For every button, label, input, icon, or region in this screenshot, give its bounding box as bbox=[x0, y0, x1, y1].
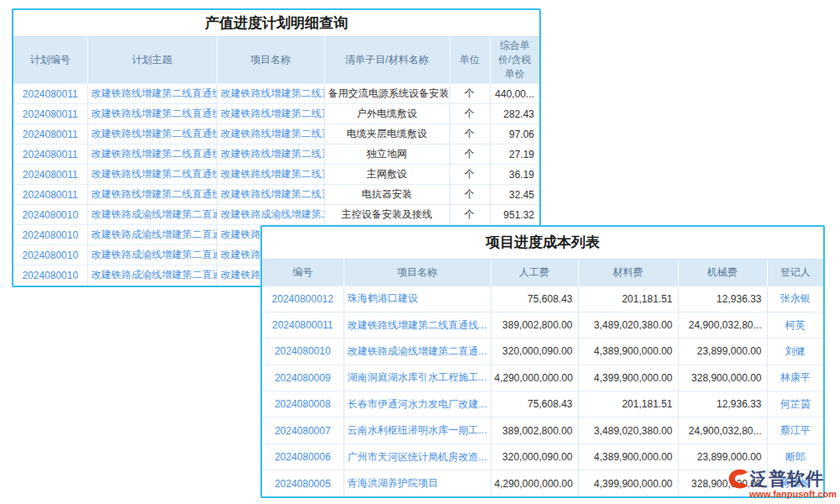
plan-table-title: 产值进度计划明细查询 bbox=[13, 10, 539, 37]
cell-link[interactable]: 改建铁路线增建第二线直通线 bbox=[217, 165, 324, 185]
cell-value: 3,489,020,380.00 bbox=[578, 312, 678, 338]
column-header-5: 登记人 bbox=[767, 260, 823, 286]
cell-value: 282.43 bbox=[490, 104, 539, 124]
cell-value: 36.19 bbox=[490, 165, 539, 185]
table-row: 2024080011改建铁路线增建第二线直通线改建铁路线增建第二线直通线电缆夹层… bbox=[13, 124, 539, 144]
cell-link[interactable]: 2024080011 bbox=[13, 165, 87, 185]
cell-value: 12,936.33 bbox=[678, 391, 767, 417]
table-row: 20240800011改建铁路线增建第二线直通线...389,002,800.0… bbox=[262, 312, 823, 338]
table-row: 2024080010改建铁路成渝线增建第二直通...320,000,090.00… bbox=[262, 339, 823, 365]
cell-link[interactable]: 改建铁路线增建第二线直通线 bbox=[217, 185, 324, 205]
cell-value: 201,181.51 bbox=[578, 391, 678, 417]
cell-value: 32.45 bbox=[490, 185, 539, 205]
cell-link[interactable]: 2024080011 bbox=[13, 84, 87, 104]
cell-link[interactable]: 20240800012 bbox=[262, 286, 344, 312]
cell-link[interactable]: 柯英 bbox=[767, 312, 823, 338]
cell-link[interactable]: 2024080010 bbox=[13, 205, 87, 225]
cell-value: 97.06 bbox=[490, 124, 539, 144]
plan-header-row: 计划编号计划主题项目名称清单子目/材料名称单位综合单价/含税单价 bbox=[13, 37, 539, 84]
cell-value: 4,399,900,000.00 bbox=[578, 365, 678, 391]
cell-link[interactable]: 2024080011 bbox=[13, 124, 87, 144]
cell-value: 个 bbox=[449, 104, 490, 124]
cell-link[interactable]: 蔡江平 bbox=[767, 417, 823, 444]
cell-link[interactable]: 2024080010 bbox=[13, 265, 87, 286]
cell-value: 24,900,032,80... bbox=[678, 312, 767, 338]
cell-link[interactable]: 青海洪湖养护院项目 bbox=[344, 470, 491, 496]
cell-link[interactable]: 云南水利枢纽潜明水库一期工... bbox=[344, 417, 491, 444]
cell-link[interactable]: 2024080010 bbox=[13, 225, 87, 245]
cell-value: 个 bbox=[449, 185, 490, 205]
table-row: 2024080011改建铁路线增建第二线直通线改建铁路线增建第二线直通线备用交流… bbox=[13, 84, 539, 104]
cell-value: 4,389,900,000.00 bbox=[578, 444, 678, 470]
table-row: 2024080010改建铁路成渝线增建第二直通线改建铁路成渝线增建第二直通线主控… bbox=[13, 205, 539, 225]
cell-link[interactable]: 2024080011 bbox=[13, 185, 87, 205]
cell-value: 备用交流电源系统设备安装 bbox=[324, 84, 449, 104]
cost-table: 编号项目名称人工费材料费机械费登记人 20240800012珠海鹤港口建设75,… bbox=[262, 260, 823, 496]
cell-link[interactable]: 2024080010 bbox=[13, 245, 87, 265]
cell-link[interactable]: 改建铁路线增建第二线直通线 bbox=[87, 185, 217, 205]
cell-link[interactable]: 2024080010 bbox=[262, 339, 344, 365]
cell-link[interactable]: 改建铁路成渝线增建第二直通... bbox=[344, 339, 491, 365]
table-row: 2024080011改建铁路线增建第二线直通线改建铁路线增建第二线直通线户外电缆… bbox=[13, 104, 539, 124]
fanpu-brand-text: 泛普软件 bbox=[750, 467, 824, 491]
cell-link[interactable]: 林康平 bbox=[767, 365, 823, 391]
cell-link[interactable]: 改建铁路线增建第二线直通线 bbox=[87, 104, 217, 124]
cell-value: 个 bbox=[449, 84, 490, 104]
cell-link[interactable]: 改建铁路成渝线增建第二直通线 bbox=[87, 245, 217, 265]
fanpu-logo: 泛普软件 www.fanpusoft.com bbox=[727, 467, 835, 499]
table-row: 2024080009湖南洞庭湖水库引水工程施工...4,290,000,000.… bbox=[262, 365, 823, 391]
cell-value: 4,389,900,000.00 bbox=[578, 339, 678, 365]
cell-value: 个 bbox=[449, 205, 490, 225]
column-header-2: 项目名称 bbox=[217, 37, 324, 84]
cell-value: 独立地网 bbox=[324, 144, 449, 165]
cell-link[interactable]: 刘健 bbox=[767, 339, 823, 365]
cell-value: 电抗器安装 bbox=[324, 185, 449, 205]
table-row: 2024080011改建铁路线增建第二线直通线改建铁路线增建第二线直通线电抗器安… bbox=[13, 185, 539, 205]
cell-value: 个 bbox=[449, 124, 490, 144]
cell-value: 328,900,000.00 bbox=[678, 365, 767, 391]
cell-link[interactable]: 湖南洞庭湖水库引水工程施工... bbox=[344, 365, 491, 391]
cost-table-title: 项目进度成本列表 bbox=[262, 227, 823, 260]
cell-value: 440,00... bbox=[490, 84, 539, 104]
cell-link[interactable]: 2024080008 bbox=[262, 391, 344, 417]
cell-link[interactable]: 改建铁路线增建第二线直通线 bbox=[217, 84, 324, 104]
cell-value: 23,899,000.00 bbox=[678, 339, 767, 365]
cell-link[interactable]: 改建铁路线增建第二线直通线... bbox=[344, 312, 491, 338]
table-row: 2024080011改建铁路线增建第二线直通线改建铁路线增建第二线直通线独立地网… bbox=[13, 144, 539, 165]
cost-table-body: 20240800012珠海鹤港口建设75,608.43201,181.5112,… bbox=[262, 286, 823, 496]
fanpu-swoosh-icon bbox=[727, 468, 749, 490]
cell-value: 389,002,800.00 bbox=[491, 312, 578, 338]
fanpu-url-text: www.fanpusoft.com bbox=[727, 489, 835, 499]
cell-link[interactable]: 长春市伊通河水力发电厂改建... bbox=[344, 391, 491, 417]
cell-link[interactable]: 改建铁路线增建第二线直通线 bbox=[217, 144, 324, 165]
cell-link[interactable]: 2024080011 bbox=[13, 144, 87, 165]
table-row: 2024080008长春市伊通河水力发电厂改建...75,608.43201,1… bbox=[262, 391, 823, 417]
cell-link[interactable]: 改建铁路成渝线增建第二直通线 bbox=[87, 265, 217, 286]
cell-link[interactable]: 改建铁路线增建第二线直通线 bbox=[87, 165, 217, 185]
cell-link[interactable]: 改建铁路线增建第二线直通线 bbox=[217, 124, 324, 144]
cell-link[interactable]: 改建铁路线增建第二线直通线 bbox=[87, 84, 217, 104]
cell-link[interactable]: 改建铁路成渝线增建第二直通线 bbox=[87, 205, 217, 225]
cell-link[interactable]: 改建铁路成渝线增建第二直通线 bbox=[87, 225, 217, 245]
cell-link[interactable]: 何芷茵 bbox=[767, 391, 823, 417]
cell-link[interactable]: 2024080007 bbox=[262, 417, 344, 444]
cell-link[interactable]: 改建铁路成渝线增建第二直通线 bbox=[217, 205, 324, 225]
cell-value: 4,399,900,000.00 bbox=[578, 470, 678, 496]
column-header-1: 项目名称 bbox=[344, 260, 491, 286]
cell-link[interactable]: 2024080006 bbox=[262, 444, 344, 470]
cell-link[interactable]: 改建铁路线增建第二线直通线 bbox=[87, 144, 217, 165]
cell-link[interactable]: 珠海鹤港口建设 bbox=[344, 286, 491, 312]
cell-value: 75,608.43 bbox=[491, 286, 578, 312]
cell-link[interactable]: 改建铁路线增建第二线直通线 bbox=[217, 104, 324, 124]
cell-link[interactable]: 2024080011 bbox=[13, 104, 87, 124]
table-row: 2024080011改建铁路线增建第二线直通线改建铁路线增建第二线直通线主网敷设… bbox=[13, 165, 539, 185]
cell-value: 12,936.33 bbox=[678, 286, 767, 312]
cell-value: 320,000,090.00 bbox=[491, 444, 578, 470]
column-header-5: 综合单价/含税单价 bbox=[490, 37, 539, 84]
cell-link[interactable]: 改建铁路线增建第二线直通线 bbox=[87, 124, 217, 144]
cell-link[interactable]: 2024080009 bbox=[262, 365, 344, 391]
cell-link[interactable]: 广州市天河区统计局机房改造... bbox=[344, 444, 491, 470]
cell-link[interactable]: 20240800011 bbox=[262, 312, 344, 338]
cell-link[interactable]: 张永银 bbox=[767, 286, 823, 312]
cell-link[interactable]: 2024080005 bbox=[262, 470, 344, 496]
